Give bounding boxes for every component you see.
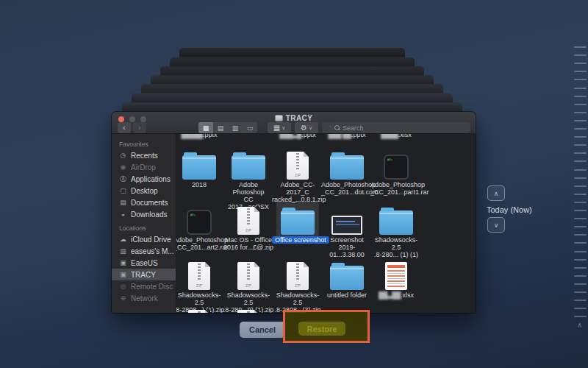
timeline-tick[interactable] — [574, 259, 587, 261]
timeline-tick[interactable] — [574, 128, 587, 130]
timeline-tick[interactable] — [574, 160, 587, 162]
sidebar-item-downloads[interactable]: ◒Downloads — [112, 208, 176, 220]
search-icon — [334, 125, 340, 130]
sidebar-item-remote-disc[interactable]: ◎Remote Disc — [112, 280, 176, 292]
action-menu-button[interactable]: ⚙ ∨ — [295, 122, 318, 133]
file-extension-text: .pptx — [301, 134, 316, 138]
timeline-tick[interactable] — [574, 185, 587, 187]
sidebar-item-icloud-drive[interactable]: ☁iCloud Drive — [112, 233, 176, 245]
timeline-tick[interactable] — [574, 136, 587, 138]
group-by-button[interactable]: ▦ ∨ — [268, 122, 291, 133]
file-item[interactable]: ███ ██.pptx — [321, 134, 373, 138]
sidebar-item-tracy[interactable]: ▣TRACY — [112, 269, 176, 280]
file-label-line: _CC_201...dot.com — [321, 188, 373, 196]
file-item[interactable]: ███▃█.pptx — [272, 134, 323, 138]
timeline-tick[interactable] — [574, 177, 587, 179]
timeline-tick[interactable] — [574, 251, 587, 252]
file-item[interactable]: untitled folder — [321, 258, 373, 299]
file-item[interactable]: ZIPShadowsocks-2.5.8-2808...(3).zip — [272, 258, 323, 313]
sidebar-item-recents[interactable]: ◷Recents — [112, 149, 176, 161]
file-item[interactable]: ZIPAdobe_CC-2017_Cracked_...0.8.1.zip — [272, 147, 323, 203]
timeline-tick[interactable] — [574, 63, 587, 64]
file-item[interactable]: Shadowsocks-2.5.8-280... (1) (1) — [370, 202, 422, 258]
timeline-tick[interactable] — [574, 308, 587, 309]
list-view-button[interactable]: ▤ — [213, 122, 228, 133]
restore-button[interactable]: Restore — [298, 322, 345, 336]
airdrop-icon: ◉ — [119, 163, 127, 171]
timeline-tick[interactable] — [574, 202, 587, 203]
cancel-button[interactable]: Cancel — [240, 322, 285, 338]
file-label: ██▃██.xlsx — [370, 291, 422, 299]
sidebar-item-documents[interactable]: ▤Documents — [112, 197, 176, 208]
file-grid: █████.pptx███▃█.pptx███ ██.pptx████.xlsx… — [176, 134, 476, 313]
file-item[interactable]: #!≈Adobe_Photoshop_CC_201...art2.rar — [176, 202, 225, 251]
sidebar-item-easeus-s-m-[interactable]: ▥easeus's M... — [112, 245, 176, 257]
sidebar-item-applications[interactable]: ⒶApplications — [112, 173, 176, 185]
timeline-tick[interactable] — [574, 169, 587, 171]
sidebar-section-header: Favourites — [119, 141, 176, 148]
timeline-tick[interactable] — [574, 71, 587, 72]
timeline-tick[interactable] — [574, 144, 587, 146]
timeline-tick[interactable] — [574, 210, 587, 211]
terminal-prompt-text: #!≈ — [387, 158, 392, 162]
folder-icon — [330, 155, 364, 180]
file-item[interactable]: Adobe PhotoshopCC 2017...acOSX — [223, 147, 274, 210]
zipper-graphic — [247, 311, 250, 313]
file-item[interactable]: #!≈Adobe_Photoshop_CC_201...part1.rar — [370, 147, 422, 196]
documents-icon: ▤ — [119, 199, 127, 206]
timeline-tick[interactable] — [574, 112, 587, 113]
timeline-tick[interactable] — [574, 291, 587, 293]
file-item[interactable]: ZIPShadowsocks-2.5.8-280...9) (1).zip — [223, 258, 274, 313]
timeline-tick[interactable] — [574, 242, 587, 244]
file-item[interactable]: ZIP — [176, 305, 225, 313]
file-item[interactable]: █████.pptx — [176, 134, 225, 138]
file-item[interactable]: Adobe_Photoshop_CC_201...dot.com — [321, 147, 373, 196]
sidebar-item-label: iCloud Drive — [131, 236, 171, 244]
timeline-tick[interactable] — [574, 194, 587, 195]
sidebar-item-label: Network — [131, 294, 158, 302]
file-item[interactable]: ZIPShadowsocks-2.5.8-2808...) (1).zip — [176, 258, 225, 313]
timeline-tick[interactable] — [574, 152, 587, 154]
back-button[interactable]: ‹ — [118, 122, 131, 133]
file-item[interactable]: ██▃██.xlsx — [370, 258, 422, 299]
timeline-tick[interactable] — [574, 88, 587, 89]
zipper-graphic — [198, 263, 201, 281]
file-icon-area — [370, 202, 422, 236]
timeline-forward-button[interactable]: ∨ — [487, 217, 505, 233]
file-item[interactable]: Screenshot2019-01...3.38.00 — [321, 202, 373, 258]
file-item[interactable]: ZIP — [223, 305, 274, 313]
timeline-tick[interactable] — [574, 79, 587, 80]
timeline-tick[interactable] — [574, 316, 587, 317]
timeline-tick[interactable] — [574, 283, 587, 285]
sidebar-item-airdrop[interactable]: ◉AirDrop — [112, 161, 176, 173]
file-item[interactable]: ZIPMac OS - Office2016 for...£@.zip — [223, 202, 274, 251]
coverflow-view-button[interactable]: ▭ — [243, 122, 257, 133]
sidebar-item-network[interactable]: ⊕Network — [112, 292, 176, 304]
terminal-file-icon: #!≈ — [187, 210, 212, 235]
timeline-tick[interactable] — [574, 218, 587, 219]
column-view-button[interactable]: ▥ — [228, 122, 243, 133]
sidebar-item-easeus[interactable]: ▣EaseUS — [112, 257, 176, 269]
icon-view-button[interactable]: ▦ — [198, 122, 213, 133]
timeline-tick[interactable] — [574, 275, 587, 277]
timeline-tick[interactable] — [574, 234, 587, 236]
zip-file-icon: ZIP — [188, 262, 210, 290]
file-item[interactable]: Office screenshot — [272, 202, 323, 244]
search-input[interactable]: Search — [331, 122, 470, 133]
timeline-tick[interactable] — [574, 267, 587, 269]
timeline-tick[interactable] — [574, 96, 587, 97]
sidebar-item-desktop[interactable]: ▢Desktop — [112, 185, 176, 197]
timeline-back-button[interactable]: ∧ — [487, 185, 505, 201]
timeline-tick[interactable] — [574, 300, 587, 301]
forward-button[interactable]: › — [133, 122, 146, 133]
file-item[interactable]: 2018 — [176, 147, 225, 188]
file-label: Mac OS - Office2016 for...£@.zip — [223, 236, 274, 251]
timeline-tick[interactable] — [574, 120, 587, 121]
downloads-icon: ◒ — [119, 210, 127, 218]
timeline-tick[interactable] — [574, 54, 587, 56]
view-mode-segment[interactable]: ▦ ▤ ▥ ▭ — [198, 122, 257, 133]
timeline-tick[interactable] — [574, 46, 587, 48]
file-item[interactable]: ████.xlsx — [370, 134, 422, 138]
timeline-tick[interactable] — [574, 226, 587, 227]
timeline-tick[interactable] — [574, 104, 587, 105]
